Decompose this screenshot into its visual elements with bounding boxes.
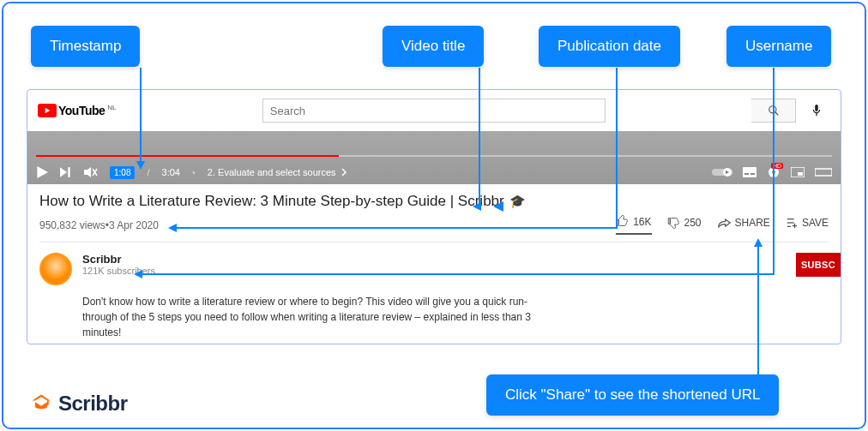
search-area bbox=[127, 99, 741, 123]
svg-rect-7 bbox=[68, 167, 69, 177]
svg-rect-21 bbox=[815, 169, 832, 176]
svg-marker-6 bbox=[60, 167, 67, 177]
svg-rect-3 bbox=[815, 105, 818, 111]
label-share-hint: Click "Share" to see the shortened URL bbox=[486, 374, 779, 416]
video-description: Don't know how to write a literature rev… bbox=[82, 294, 546, 340]
hd-badge: HD bbox=[771, 163, 783, 169]
subscribe-button[interactable]: SUBSC bbox=[796, 253, 841, 277]
yt-header: YouTube NL bbox=[27, 90, 841, 131]
svg-point-18 bbox=[772, 171, 775, 174]
duration: 3:04 bbox=[162, 167, 180, 177]
autoplay-toggle[interactable] bbox=[712, 167, 732, 177]
like-button[interactable]: 16K bbox=[616, 215, 651, 235]
save-icon bbox=[786, 217, 798, 229]
timestamp-sep: / bbox=[147, 167, 149, 177]
youtube-logo-text: YouTube bbox=[58, 104, 105, 117]
youtube-region: NL bbox=[107, 104, 116, 111]
progress-elapsed bbox=[36, 155, 339, 157]
subscriber-count: 121K subscribers bbox=[82, 266, 786, 276]
progress-bar[interactable] bbox=[36, 155, 832, 157]
youtube-play-icon bbox=[38, 104, 57, 117]
miniplayer-button[interactable] bbox=[791, 167, 805, 177]
voice-search-button[interactable] bbox=[803, 97, 830, 124]
svg-point-1 bbox=[769, 106, 775, 113]
chevron-right-icon bbox=[341, 168, 347, 177]
label-timestamp: Timestamp bbox=[31, 26, 140, 67]
channel-name[interactable]: Scribbr bbox=[82, 253, 786, 266]
label-username: Username bbox=[726, 26, 831, 67]
share-button[interactable]: SHARE bbox=[717, 217, 770, 234]
save-button[interactable]: SAVE bbox=[786, 217, 829, 234]
search-input[interactable] bbox=[262, 99, 606, 123]
svg-marker-5 bbox=[37, 166, 48, 178]
share-icon bbox=[717, 217, 731, 229]
youtube-logo[interactable]: YouTube NL bbox=[38, 104, 117, 117]
thumbs-up-icon bbox=[616, 215, 629, 228]
channel-avatar[interactable] bbox=[39, 253, 72, 285]
svg-rect-15 bbox=[744, 173, 749, 175]
scribbr-brand-text: Scribbr bbox=[58, 392, 128, 416]
play-button[interactable] bbox=[36, 166, 48, 178]
publish-date: 3 Apr 2020 bbox=[109, 219, 159, 231]
search-button[interactable] bbox=[751, 99, 796, 123]
scribbr-brand: Scribbr bbox=[29, 392, 128, 416]
label-video-title: Video title bbox=[383, 26, 484, 67]
label-publication-date: Publication date bbox=[539, 26, 680, 67]
svg-rect-20 bbox=[798, 172, 803, 176]
svg-marker-0 bbox=[45, 108, 51, 113]
search-icon bbox=[768, 105, 780, 117]
settings-button[interactable]: HD bbox=[767, 165, 781, 179]
graduation-cap-icon: 🎓 bbox=[509, 194, 526, 209]
svg-line-2 bbox=[775, 112, 778, 116]
scribbr-logo-icon bbox=[29, 392, 53, 416]
chapter-link[interactable]: 2. Evaluate and select sources bbox=[208, 167, 347, 177]
chapter-sep: • bbox=[192, 167, 196, 177]
svg-rect-14 bbox=[743, 167, 756, 177]
svg-marker-8 bbox=[84, 167, 91, 177]
next-button[interactable] bbox=[60, 166, 72, 178]
chapter-label: 2. Evaluate and select sources bbox=[208, 167, 336, 177]
subtitles-button[interactable] bbox=[743, 167, 756, 177]
svg-rect-16 bbox=[750, 173, 755, 175]
thumbs-down-icon bbox=[667, 216, 680, 229]
timestamp-badge: 1:08 bbox=[110, 166, 135, 179]
video-title: How to Write a Literature Review: 3 Minu… bbox=[39, 193, 829, 210]
theater-button[interactable] bbox=[815, 167, 832, 177]
dislike-button[interactable]: 250 bbox=[667, 216, 702, 234]
view-count: 950,832 views bbox=[39, 219, 105, 231]
youtube-card: YouTube NL bbox=[27, 89, 841, 344]
video-player[interactable]: 1:08 / 3:04 • 2. Evaluate and select sou… bbox=[27, 131, 841, 184]
microphone-icon bbox=[811, 104, 823, 117]
mute-button[interactable] bbox=[84, 166, 98, 178]
